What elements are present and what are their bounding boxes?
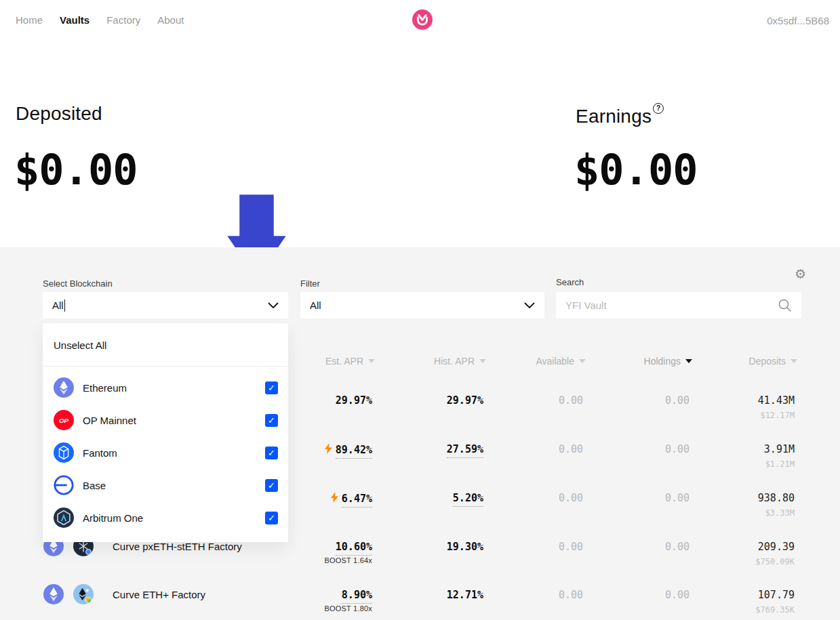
dropdown-option-fantom[interactable]: Fantom ✓ [43,436,288,469]
column-header-available[interactable]: Available [471,356,586,367]
deposits-value: 107.79 [673,589,795,601]
vault-list-panel: Select Blockchain All Filter All Search … [0,247,840,620]
option-label: Arbitrum One [83,512,265,524]
holdings-value: 0.00 [567,589,689,601]
available-value: 0.00 [461,589,583,601]
deposits-usd-value: $3.33M [673,508,795,518]
gear-icon[interactable]: ⚙ [795,266,806,281]
checkbox-checked[interactable]: ✓ [265,381,278,394]
vaults-page: Home Vaults Factory About 0x5sdf...5B68 … [0,0,840,620]
checkbox-checked[interactable]: ✓ [265,479,278,492]
earnings-label: Earnings? [576,103,664,127]
nav-item-vaults[interactable]: Vaults [60,14,89,26]
deposits-usd-value: $750.09K [673,557,795,566]
search-input[interactable] [565,299,778,311]
deposited-value: $0.00 [14,145,138,194]
chevron-down-icon [268,302,279,308]
deposits-usd-value: $12.17M [673,411,795,420]
column-header-hist-apr[interactable]: Hist. APR [371,356,486,367]
holdings-value: 0.00 [567,541,689,553]
filter-select[interactable]: All [300,292,544,318]
vault-name: Curve pxETH-stETH Factory [113,541,242,552]
yearn-logo-icon[interactable] [412,9,433,30]
nav-item-home[interactable]: Home [16,14,43,26]
dropdown-option-ethereum[interactable]: Ethereum ✓ [43,371,288,404]
top-navigation: Home Vaults Factory About [16,14,184,26]
available-value: 0.00 [461,492,583,504]
filter-label: Filter [300,278,320,289]
earnings-value: $0.00 [574,145,698,194]
wallet-address[interactable]: 0x5sdf...5B68 [767,15,829,26]
option-label: Fantom [83,447,265,459]
nav-item-factory[interactable]: Factory [106,14,140,26]
dropdown-option-op-mainnet[interactable]: OP OP Mainnet ✓ [43,404,288,436]
checkbox-checked[interactable]: ✓ [265,414,278,427]
ethereum-icon [43,584,64,604]
boost-bolt-icon [331,492,338,503]
search-label: Search [556,277,584,287]
option-label: Ethereum [83,382,265,394]
boost-multiplier: BOOST 1.80x [250,604,372,613]
blockchain-options-list: Ethereum ✓ OP OP Mainnet ✓ Fantom ✓ Base [43,371,288,534]
search-box [556,292,801,318]
deposits-value: 3.91M [673,443,795,455]
checkbox-checked[interactable]: ✓ [265,447,278,459]
holdings-value: 0.00 [567,492,689,504]
deposits-value: 938.80 [673,492,795,504]
option-label: OP Mainnet [83,415,265,426]
help-icon[interactable]: ? [653,103,664,114]
deposits-usd-value: $769.35K [673,605,795,615]
dropdown-option-base[interactable]: Base ✓ [43,469,288,501]
search-icon[interactable] [778,298,792,312]
divider [43,366,288,367]
curve-ethplus-token-icon [73,584,94,604]
dropdown-option-arbitrum-one[interactable]: Arbitrum One ✓ [43,501,288,534]
deposits-usd-value: $1.21M [673,459,795,469]
deposits-value: 209.39 [673,541,795,553]
blockchain-select[interactable]: All [43,292,288,318]
boost-multiplier: BOOST 1.64x [250,556,372,564]
deposited-label: Deposited [16,103,102,125]
deposits-value: 41.43M [673,394,795,407]
chevron-down-icon [524,302,535,308]
option-label: Base [83,480,265,491]
filter-select-value: All [310,299,321,311]
table-row[interactable]: Curve ETH+ Factory 8.90% BOOST 1.80x 12.… [0,570,840,619]
blockchain-select-label: Select Blockchain [43,278,113,289]
ethereum-icon [54,377,74,398]
available-value: 0.00 [461,541,583,553]
base-icon [54,475,74,495]
column-header-holdings[interactable]: Holdings [577,356,692,367]
optimism-icon: OP [54,410,74,430]
nav-item-about[interactable]: About [157,14,184,26]
available-value: 0.00 [461,443,583,455]
vault-name: Curve ETH+ Factory [113,589,205,600]
text-caret [64,299,65,312]
arbitrum-icon [54,508,74,528]
boost-bolt-icon [325,443,332,454]
fantom-icon [54,442,74,463]
checkbox-checked[interactable]: ✓ [265,512,278,524]
column-header-deposits[interactable]: Deposits [682,356,797,367]
holdings-value: 0.00 [567,443,689,455]
available-value: 0.00 [461,394,583,407]
sort-arrow-icon [791,359,797,363]
blockchain-dropdown: Unselect All Ethereum ✓ OP OP Mainnet ✓ … [43,323,288,542]
holdings-value: 0.00 [567,394,689,407]
svg-text:OP: OP [59,417,69,424]
blockchain-select-value: All [52,299,64,311]
unselect-all-button[interactable]: Unselect All [54,339,106,351]
